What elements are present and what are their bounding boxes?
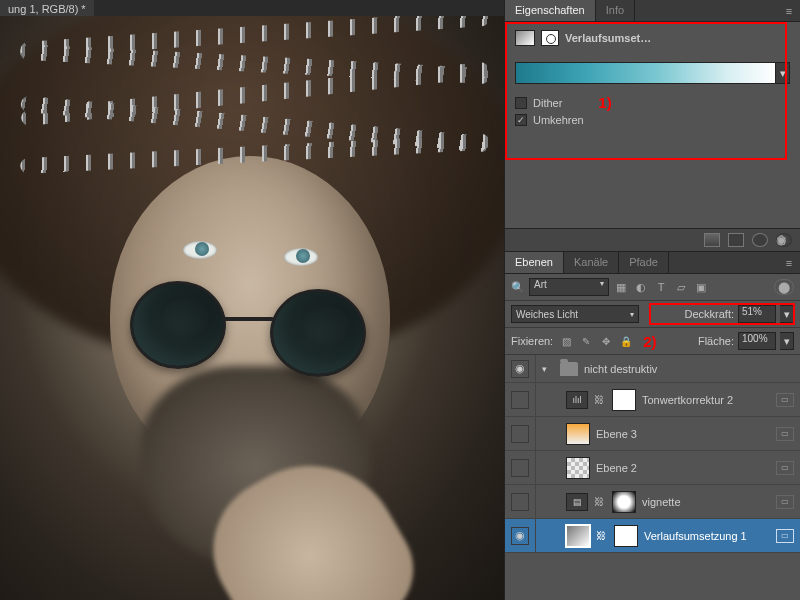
- lock-pixels-button[interactable]: ✎: [579, 334, 593, 348]
- levels-adjustment-icon: ılıl: [566, 391, 588, 409]
- fill-label: Fläche:: [698, 335, 734, 347]
- visibility-toggle[interactable]: ◉: [511, 425, 529, 443]
- lock-transparency-button[interactable]: ▨: [559, 334, 573, 348]
- lock-all-button[interactable]: 🔒: [619, 334, 633, 348]
- layer-trailing-icon[interactable]: ▭: [776, 393, 794, 407]
- tab-properties[interactable]: Eigenschaften: [505, 0, 596, 21]
- blend-mode-select[interactable]: Weiches Licht▾: [511, 305, 639, 323]
- gradient-dropdown[interactable]: ▾: [776, 62, 790, 84]
- opacity-label: Deckkraft:: [684, 308, 734, 320]
- link-icon[interactable]: ⛓: [594, 496, 606, 507]
- layer-name[interactable]: Ebene 3: [596, 428, 770, 440]
- dither-label: Dither: [533, 97, 562, 109]
- filter-pixel-icon[interactable]: ▦: [613, 279, 629, 295]
- filter-toggle[interactable]: ⬤: [774, 279, 794, 295]
- tab-paths[interactable]: Pfade: [619, 252, 669, 273]
- tab-channels[interactable]: Kanäle: [564, 252, 619, 273]
- adjustment-name: Verlaufsumset…: [565, 32, 651, 44]
- layer-mask-icon[interactable]: [541, 30, 559, 46]
- visibility-toggle[interactable]: ◉: [511, 527, 529, 545]
- opacity-input[interactable]: 51%: [738, 305, 776, 323]
- visibility-toggle[interactable]: ◉: [511, 391, 529, 409]
- toggle-visibility-button[interactable]: ◉: [776, 233, 792, 247]
- layer-name[interactable]: nicht destruktiv: [584, 363, 794, 375]
- lock-label: Fixieren:: [511, 335, 553, 347]
- layer-mask-thumbnail[interactable]: [612, 389, 636, 411]
- fill-input[interactable]: 100%: [738, 332, 776, 350]
- layer-name[interactable]: Tonwertkorrektur 2: [642, 394, 770, 406]
- layer-trailing-icon[interactable]: ▭: [776, 495, 794, 509]
- panel-menu-button[interactable]: ≡: [778, 0, 800, 21]
- gradient-map-icon: [515, 30, 535, 46]
- layer-name[interactable]: vignette: [642, 496, 770, 508]
- layer-trailing-icon[interactable]: ▭: [776, 427, 794, 441]
- opacity-dropdown[interactable]: ▾: [780, 305, 794, 323]
- layer-mask-thumbnail[interactable]: [614, 525, 638, 547]
- view-previous-state-button[interactable]: [728, 233, 744, 247]
- filter-search-icon: 🔍: [511, 281, 525, 294]
- visibility-toggle[interactable]: ◉: [511, 459, 529, 477]
- link-icon[interactable]: ⛓: [596, 530, 608, 541]
- layer-name[interactable]: Ebene 2: [596, 462, 770, 474]
- layer-row[interactable]: ◉ ılıl ⛓ Tonwertkorrektur 2 ▭: [505, 383, 800, 417]
- clip-to-layer-button[interactable]: [704, 233, 720, 247]
- document-title: ung 1, RGB/8) *: [8, 3, 86, 15]
- reset-button[interactable]: [752, 233, 768, 247]
- gradient-map-thumbnail[interactable]: [566, 525, 590, 547]
- gradient-picker[interactable]: [515, 62, 776, 84]
- tab-layers[interactable]: Ebenen: [505, 252, 564, 273]
- adjustment-icon: ▤: [566, 493, 588, 511]
- layer-thumbnail[interactable]: [566, 457, 590, 479]
- layer-row[interactable]: ◉ Ebene 3 ▭: [505, 417, 800, 451]
- lock-position-button[interactable]: ✥: [599, 334, 613, 348]
- reverse-checkbox[interactable]: [515, 114, 527, 126]
- layer-row-selected[interactable]: ◉ ⛓ Verlaufsumsetzung 1 ▭: [505, 519, 800, 553]
- layer-name[interactable]: Verlaufsumsetzung 1: [644, 530, 770, 542]
- layer-trailing-icon[interactable]: ▭: [776, 461, 794, 475]
- layer-group[interactable]: ◉ ▾ nicht destruktiv: [505, 355, 800, 383]
- layer-row[interactable]: ◉ Ebene 2 ▭: [505, 451, 800, 485]
- dither-checkbox[interactable]: [515, 97, 527, 109]
- filter-smart-icon[interactable]: ▣: [693, 279, 709, 295]
- layer-thumbnail[interactable]: [566, 423, 590, 445]
- group-collapse-toggle[interactable]: ▾: [542, 364, 554, 374]
- layers-panel-menu-button[interactable]: ≡: [778, 252, 800, 273]
- filter-type-select[interactable]: Art ▾: [529, 278, 609, 296]
- reverse-label: Umkehren: [533, 114, 584, 126]
- folder-icon: [560, 362, 578, 376]
- annotation-1: 1): [598, 94, 611, 111]
- filter-type-icon[interactable]: T: [653, 279, 669, 295]
- tab-info[interactable]: Info: [596, 0, 635, 21]
- fill-dropdown[interactable]: ▾: [780, 332, 794, 350]
- layer-list[interactable]: ◉ ▾ nicht destruktiv ◉ ılıl ⛓ Tonwertkor…: [505, 355, 800, 553]
- filter-adjustment-icon[interactable]: ◐: [633, 279, 649, 295]
- canvas-image[interactable]: [0, 16, 504, 600]
- visibility-toggle[interactable]: ◉: [511, 493, 529, 511]
- visibility-toggle[interactable]: ◉: [511, 360, 529, 378]
- annotation-2: 2): [643, 333, 656, 350]
- filter-shape-icon[interactable]: ▱: [673, 279, 689, 295]
- layer-row[interactable]: ◉ ▤ ⛓ vignette ▭: [505, 485, 800, 519]
- layer-mask-thumbnail[interactable]: [612, 491, 636, 513]
- link-icon[interactable]: ⛓: [594, 394, 606, 405]
- layer-trailing-icon[interactable]: ▭: [776, 529, 794, 543]
